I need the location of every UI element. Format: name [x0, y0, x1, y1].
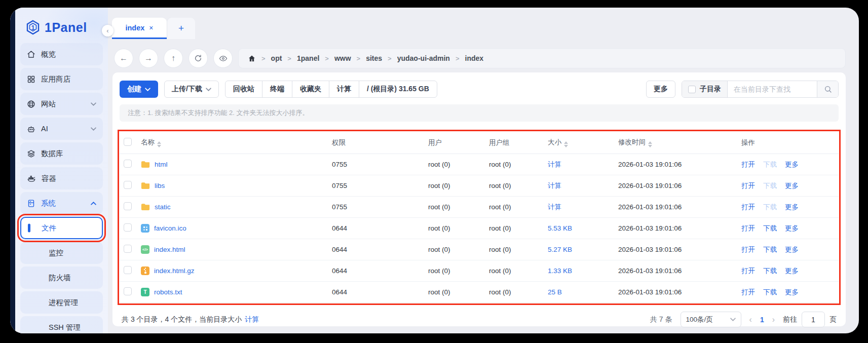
size-link[interactable]: 计算: [548, 203, 561, 211]
calculate-button[interactable]: 计算: [329, 81, 359, 97]
row-checkbox[interactable]: [124, 223, 132, 232]
row-checkbox[interactable]: [124, 245, 132, 253]
download-action[interactable]: 下载: [763, 246, 777, 253]
breadcrumb-segment[interactable]: yudao-ui-admin: [397, 54, 450, 62]
row-checkbox[interactable]: [124, 160, 132, 168]
breadcrumb-segment[interactable]: opt: [271, 54, 282, 62]
open-action[interactable]: 打开: [741, 161, 755, 168]
row-checkbox[interactable]: [124, 287, 132, 295]
sidebar-item-process[interactable]: 进程管理: [20, 291, 103, 314]
goto-page-input[interactable]: [802, 312, 825, 327]
table-row[interactable]: favicon.ico 0644 root (0) root (0) 5.53 …: [120, 218, 839, 239]
tab-index[interactable]: index ×: [112, 18, 167, 39]
add-tab-button[interactable]: +: [167, 18, 195, 39]
prev-page-button[interactable]: ‹: [749, 315, 752, 324]
more-action[interactable]: 更多: [785, 161, 799, 168]
sidebar-item-website[interactable]: 网站: [20, 93, 103, 115]
refresh-button[interactable]: [188, 49, 208, 68]
back-button[interactable]: ←: [114, 49, 133, 68]
calculate-size-link[interactable]: 计算: [245, 315, 259, 324]
size-link[interactable]: 计算: [548, 161, 561, 168]
size-link[interactable]: 25 B: [548, 288, 562, 296]
file-name-link[interactable]: favicon.ico: [154, 224, 186, 232]
open-action[interactable]: 打开: [741, 288, 755, 296]
tab-close-icon[interactable]: ×: [149, 24, 153, 32]
more-button[interactable]: 更多: [646, 81, 675, 98]
more-action[interactable]: 更多: [785, 182, 799, 189]
sidebar-collapse-button[interactable]: ‹: [102, 25, 114, 36]
up-button[interactable]: ↑: [164, 49, 183, 68]
more-action[interactable]: 更多: [785, 288, 799, 296]
recycle-bin-button[interactable]: 回收站: [225, 81, 262, 97]
terminal-button[interactable]: 终端: [262, 81, 292, 97]
sidebar-item-database[interactable]: 数据库: [20, 142, 103, 165]
more-action[interactable]: 更多: [785, 246, 799, 253]
row-checkbox[interactable]: [124, 202, 132, 210]
forward-button[interactable]: →: [139, 49, 158, 68]
home-breadcrumb-icon[interactable]: [248, 55, 256, 62]
size-link[interactable]: 计算: [548, 182, 561, 189]
sidebar-item-container[interactable]: 容器: [20, 167, 103, 189]
perm-cell: 0644: [328, 260, 424, 282]
sidebar-item-system[interactable]: 系统: [20, 192, 103, 214]
sidebar-item-appstore[interactable]: 应用商店: [20, 68, 103, 90]
more-action[interactable]: 更多: [785, 224, 799, 232]
table-row[interactable]: index.html.gz 0644 root (0) root (0) 1.3…: [120, 260, 839, 282]
size-link[interactable]: 5.53 KB: [548, 224, 572, 232]
create-button[interactable]: 创建: [120, 81, 158, 98]
table-row[interactable]: Trobots.txt 0644 root (0) root (0) 25 B …: [120, 282, 839, 303]
search-button[interactable]: [817, 81, 838, 97]
select-all-checkbox[interactable]: [124, 138, 132, 146]
sidebar-item-ssh[interactable]: SSH 管理: [20, 316, 103, 333]
sidebar-item-monitor[interactable]: 监控: [20, 242, 103, 264]
table-row[interactable]: html 0755 root (0) root (0) 计算 2026-01-0…: [120, 154, 839, 175]
page-size-select[interactable]: 100条/页: [681, 312, 741, 327]
sort-icon[interactable]: [564, 141, 568, 147]
sort-icon[interactable]: [157, 141, 161, 147]
current-page[interactable]: 1: [760, 316, 764, 324]
search-input[interactable]: [728, 81, 817, 97]
upload-download-button[interactable]: 上传/下载: [164, 81, 219, 98]
open-action[interactable]: 打开: [741, 246, 755, 253]
column-header-size[interactable]: 大小: [544, 132, 614, 154]
more-action[interactable]: 更多: [785, 267, 799, 275]
breadcrumb-segment[interactable]: index: [465, 54, 484, 62]
file-name-link[interactable]: index.html.gz: [154, 267, 195, 275]
sidebar-item-ai[interactable]: AI: [20, 118, 103, 140]
file-name-link[interactable]: libs: [155, 182, 165, 189]
breadcrumb-segment[interactable]: www: [334, 54, 351, 62]
favorites-button[interactable]: 收藏夹: [292, 81, 329, 97]
open-action[interactable]: 打开: [741, 203, 755, 211]
sidebar-item-files[interactable]: 文件: [20, 217, 103, 239]
row-checkbox[interactable]: [124, 266, 132, 274]
more-action[interactable]: 更多: [785, 203, 799, 211]
open-action[interactable]: 打开: [741, 224, 755, 232]
file-name-link[interactable]: static: [155, 203, 171, 211]
table-row[interactable]: libs 0755 root (0) root (0) 计算 2026-01-0…: [120, 175, 839, 197]
subdirectory-toggle[interactable]: 子目录: [682, 81, 728, 97]
table-row[interactable]: </>index.html 0644 root (0) root (0) 5.2…: [120, 239, 839, 260]
open-action[interactable]: 打开: [741, 267, 755, 275]
logo[interactable]: 1 1Panel: [15, 8, 108, 42]
file-name-link[interactable]: index.html: [154, 246, 185, 253]
sidebar-item-overview[interactable]: 概览: [20, 43, 103, 65]
size-link[interactable]: 5.27 KB: [548, 246, 572, 253]
breadcrumb-segment[interactable]: sites: [366, 54, 382, 62]
subdirectory-checkbox[interactable]: [688, 86, 696, 93]
size-link[interactable]: 1.33 KB: [548, 267, 572, 275]
sidebar-item-firewall[interactable]: 防火墙: [20, 266, 103, 289]
table-row[interactable]: static 0755 root (0) root (0) 计算 2026-01…: [120, 197, 839, 218]
download-action[interactable]: 下载: [763, 288, 777, 296]
download-action[interactable]: 下载: [763, 224, 777, 232]
file-name-link[interactable]: html: [155, 161, 168, 168]
column-header-name[interactable]: 名称: [137, 132, 328, 154]
breadcrumb-segment[interactable]: 1panel: [297, 54, 319, 62]
view-toggle-button[interactable]: [213, 49, 233, 68]
open-action[interactable]: 打开: [741, 182, 755, 189]
file-name-link[interactable]: robots.txt: [154, 288, 182, 296]
sort-icon[interactable]: [648, 141, 652, 147]
row-checkbox[interactable]: [124, 181, 132, 189]
column-header-mtime[interactable]: 修改时间: [614, 132, 737, 154]
next-page-button[interactable]: ›: [772, 315, 775, 324]
download-action[interactable]: 下载: [763, 267, 777, 275]
